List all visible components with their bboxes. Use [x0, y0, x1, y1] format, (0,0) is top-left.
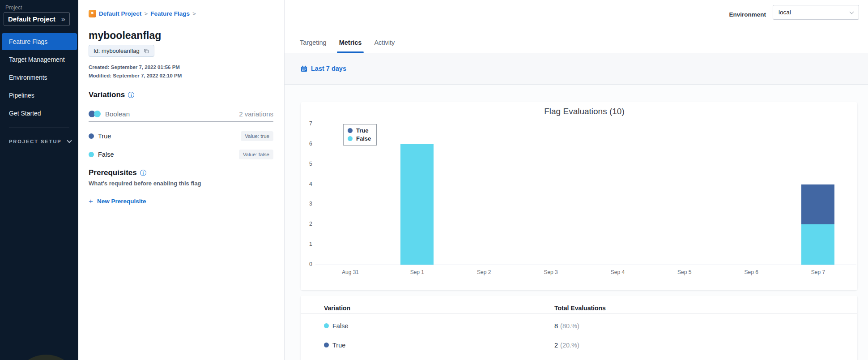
table-cell-total: 8(80.%)	[554, 322, 579, 330]
variation-row-true: TrueValue: true	[89, 127, 273, 145]
legend-dot	[348, 128, 353, 133]
flag-id-text: Id: mybooleanflag	[94, 47, 140, 54]
sidebar-divider	[9, 128, 69, 128]
variation-dot	[89, 133, 94, 139]
x-axis-tick: Sep 7	[791, 269, 845, 275]
bar-sep-7-true	[801, 184, 834, 225]
app-logo-icon	[89, 10, 96, 17]
variation-type-row: Boolean 2 variations	[89, 107, 273, 120]
copy-icon[interactable]	[143, 48, 149, 54]
table-row-true: True2(20.%)	[301, 335, 857, 355]
chart-x-axis-line	[315, 265, 856, 265]
x-axis-tick: Sep 3	[524, 269, 578, 275]
percent-value: (20.%)	[560, 342, 579, 349]
x-axis-tick: Sep 1	[390, 269, 444, 275]
sidebar-item-target-management[interactable]: Target Management	[2, 51, 77, 68]
project-setup-toggle[interactable]: PROJECT SETUP	[9, 137, 71, 146]
bar-sep-1-false	[400, 144, 434, 265]
y-axis-tick: 2	[301, 221, 312, 227]
tab-activity[interactable]: Activity	[368, 39, 401, 53]
date-range-bar: Last 7 days	[285, 53, 868, 85]
project-selector-value: Default Project	[8, 15, 55, 23]
variation-list: TrueValue: trueFalseValue: false	[89, 127, 273, 163]
environment-label: Environment	[729, 11, 766, 18]
y-axis-tick: 7	[301, 120, 312, 127]
variation-name: False	[98, 151, 114, 158]
prerequisites-heading-text: Prerequisites	[89, 168, 137, 177]
chart-legend: TrueFalse	[343, 124, 377, 146]
y-axis-tick: 3	[301, 201, 312, 207]
tab-targeting[interactable]: Targeting	[294, 39, 333, 53]
prerequisites-subtitle: What's required before enabling this fla…	[89, 180, 201, 187]
x-axis-tick: Sep 6	[724, 269, 778, 275]
variations-heading-text: Variations	[89, 90, 125, 99]
variation-name: True	[332, 342, 345, 349]
tab-metrics[interactable]: Metrics	[333, 39, 368, 53]
variation-type-label: Boolean	[105, 110, 130, 118]
percent-value: (80.%)	[560, 322, 579, 330]
breadcrumb-separator: >	[192, 10, 196, 17]
x-axis-tick: Sep 5	[658, 269, 711, 275]
variation-name: True	[98, 133, 111, 140]
plus-icon: +	[89, 197, 93, 205]
flag-title: mybooleanflag	[89, 30, 161, 42]
environment-header: Environment local	[285, 0, 868, 28]
info-icon[interactable]: i	[128, 92, 134, 98]
chevron-down-icon	[850, 9, 854, 14]
chevron-down-icon	[67, 138, 72, 143]
info-icon[interactable]: i	[140, 170, 146, 176]
bar-sep-7-false	[801, 224, 834, 265]
variation-name: False	[332, 322, 348, 330]
variation-row-false: FalseValue: false	[89, 145, 273, 163]
prerequisites-heading: Prerequisites i	[89, 168, 146, 177]
legend-item-true: True	[348, 127, 371, 134]
table-cell-total: 2(20.%)	[554, 342, 579, 349]
evaluations-table: Variation Total Evaluations False8(80.%)…	[301, 296, 857, 360]
project-label: Project	[5, 4, 22, 11]
flag-meta: Created: September 7, 2022 01:56 PM Modi…	[89, 63, 182, 80]
flag-modified: Modified: September 7, 2022 02:10 PM	[89, 72, 182, 80]
table-cell-variation: True	[324, 342, 554, 349]
metrics-content: Flag Evaluations (10) TrueFalse 01234567…	[285, 85, 868, 360]
tab-bar: TargetingMetricsActivity	[285, 28, 868, 53]
table-cell-variation: False	[324, 322, 554, 330]
metrics-panel: Environment local TargetingMetricsActivi…	[285, 0, 868, 360]
table-body: False8(80.%)True2(20.%)	[301, 313, 857, 355]
sidebar-item-feature-flags[interactable]: Feature Flags	[2, 33, 77, 50]
date-range-picker[interactable]: Last 7 days	[301, 65, 346, 72]
project-selector[interactable]: Default Project »	[4, 12, 70, 26]
variations-divider	[89, 121, 273, 122]
date-range-label: Last 7 days	[311, 65, 346, 72]
calendar-icon	[301, 65, 307, 72]
breadcrumb: Default Project > Feature Flags >	[89, 10, 196, 17]
sidebar-item-get-started[interactable]: Get Started	[2, 105, 77, 122]
table-row-false: False8(80.%)	[301, 316, 857, 335]
flag-id-chip: Id: mybooleanflag	[89, 45, 154, 57]
flag-created: Created: September 7, 2022 01:56 PM	[89, 63, 182, 72]
boolean-toggle-icon	[89, 111, 101, 117]
flag-evaluations-chart: Flag Evaluations (10) TrueFalse 01234567…	[301, 102, 857, 290]
variation-dot	[89, 152, 94, 157]
legend-label: False	[356, 135, 371, 142]
legend-dot	[348, 136, 353, 141]
x-axis-tick: Sep 4	[591, 269, 644, 275]
sidebar-menu: Feature FlagsTarget ManagementEnvironmen…	[0, 32, 78, 123]
new-prerequisite-label: New Prerequisite	[97, 198, 146, 205]
double-chevron-icon: »	[61, 15, 65, 23]
variation-count: 2 variations	[239, 110, 273, 118]
legend-label: True	[356, 127, 368, 134]
environment-select-value: local	[779, 9, 791, 16]
breadcrumb-feature-flags-link[interactable]: Feature Flags	[150, 10, 190, 17]
legend-item-false: False	[348, 135, 371, 142]
environment-select[interactable]: local	[773, 5, 859, 20]
sidebar: Project Default Project » Feature FlagsT…	[0, 0, 78, 360]
sidebar-item-environments[interactable]: Environments	[2, 69, 77, 86]
table-header-total: Total Evaluations	[554, 304, 606, 312]
variation-dot	[324, 343, 329, 347]
new-prerequisite-button[interactable]: + New Prerequisite	[89, 197, 146, 205]
sidebar-item-pipelines[interactable]: Pipelines	[2, 87, 77, 104]
x-axis-tick: Sep 2	[457, 269, 511, 275]
breadcrumb-project-link[interactable]: Default Project	[99, 10, 141, 17]
help-bubble[interactable]	[13, 355, 80, 360]
variation-dot	[324, 323, 329, 328]
